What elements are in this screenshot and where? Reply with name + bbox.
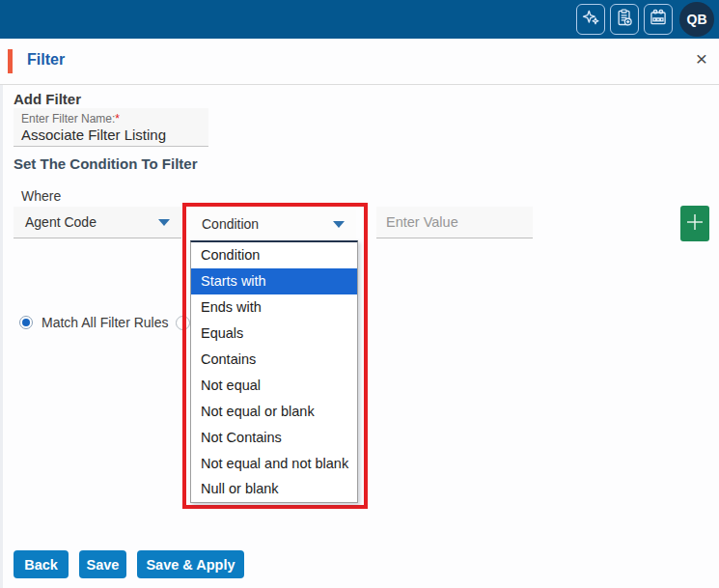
- required-asterisk: *: [115, 112, 120, 126]
- option-ends-with[interactable]: Ends with: [191, 294, 357, 321]
- user-avatar[interactable]: QB: [679, 2, 714, 37]
- where-label: Where: [21, 188, 61, 204]
- filter-name-label: Enter Filter Name:*: [21, 112, 208, 126]
- option-not-equal-and-not-blank[interactable]: Not equal and not blank: [191, 450, 357, 476]
- save-and-apply-button[interactable]: Save & Apply: [137, 550, 244, 578]
- chevron-down-icon: [333, 221, 345, 228]
- condition-section-heading: Set The Condition To Filter: [14, 155, 198, 172]
- clipboard-add-button[interactable]: [610, 4, 639, 35]
- condition-options-list: Condition Starts with Ends with Equals C…: [190, 240, 358, 503]
- filter-name-value[interactable]: Associate Filter Listing: [21, 126, 208, 143]
- option-not-contains[interactable]: Not Contains: [191, 424, 357, 450]
- match-all-radio-label: Match All Filter Rules: [41, 315, 168, 330]
- option-null-or-blank[interactable]: Null or blank: [191, 476, 357, 502]
- title-accent-bar: [8, 49, 13, 73]
- dialog-titlebar: Filter ×: [0, 39, 719, 85]
- filter-dialog: QB Filter × Add Filter Enter Filter Name…: [0, 0, 719, 588]
- option-equals[interactable]: Equals: [191, 321, 357, 347]
- option-starts-with[interactable]: Starts with: [191, 268, 357, 294]
- field-dropdown-value: Agent Code: [25, 214, 97, 230]
- field-dropdown[interactable]: Agent Code: [14, 207, 181, 238]
- add-rule-button[interactable]: [680, 206, 709, 241]
- option-not-equal[interactable]: Not equal: [191, 372, 357, 398]
- condition-dropdown[interactable]: Condition: [190, 210, 356, 238]
- condition-highlight-box: Condition Condition Starts with Ends wit…: [182, 203, 368, 509]
- option-condition[interactable]: Condition: [191, 242, 357, 268]
- add-filter-heading: Add Filter: [14, 91, 81, 107]
- option-not-equal-or-blank[interactable]: Not equal or blank: [191, 398, 357, 424]
- calendar-button[interactable]: [644, 4, 673, 35]
- page-left-edge: [0, 39, 3, 588]
- filter-name-field[interactable]: Enter Filter Name:* Associate Filter Lis…: [14, 108, 208, 147]
- page-title: Filter: [27, 51, 65, 69]
- close-icon[interactable]: ×: [696, 48, 707, 69]
- option-contains[interactable]: Contains: [191, 347, 357, 373]
- clipboard-add-icon: [615, 8, 634, 31]
- back-button[interactable]: Back: [14, 550, 69, 578]
- save-button[interactable]: Save: [79, 550, 126, 578]
- value-input[interactable]: [376, 207, 533, 238]
- match-all-filter-rules-option: Match All Filter Rules: [19, 315, 168, 330]
- plus-icon: [684, 211, 705, 237]
- calendar-icon: [649, 8, 668, 31]
- radio-selected-dot: [22, 319, 30, 326]
- ai-sparkles-button[interactable]: [576, 4, 605, 35]
- app-header: QB: [0, 0, 719, 39]
- condition-dropdown-value: Condition: [202, 216, 259, 232]
- chevron-down-icon: [158, 219, 170, 226]
- sparkles-icon: [581, 8, 600, 31]
- match-all-radio[interactable]: [19, 316, 33, 329]
